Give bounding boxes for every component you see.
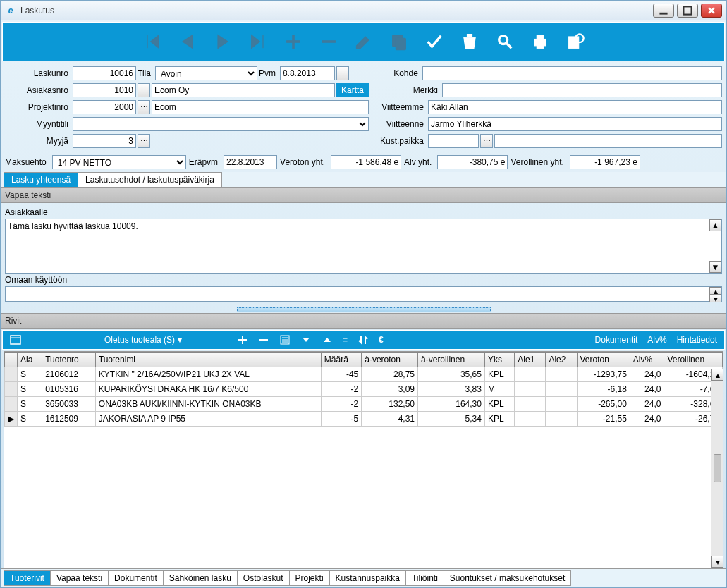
bottom-tab[interactable]: Kustannuspaikka xyxy=(329,570,406,586)
pvm-picker-button[interactable]: ⋯ xyxy=(336,66,349,80)
col-alv[interactable]: Alv% xyxy=(630,353,664,367)
col-a-verollinen[interactable]: à-verollinen xyxy=(418,353,485,367)
maximize-button[interactable] xyxy=(677,4,698,18)
row-remove-icon[interactable] xyxy=(258,334,269,345)
edit-icon[interactable] xyxy=(353,30,375,53)
row-equals-icon[interactable]: = xyxy=(343,335,348,345)
col-tuotenro[interactable]: Tuotenro xyxy=(42,353,96,367)
kustpaikka-picker-button[interactable]: ⋯ xyxy=(480,134,493,148)
asiakkaalle-label: Asiakkaalle xyxy=(5,206,722,219)
col-ale2[interactable]: Ale2 xyxy=(546,353,577,367)
svg-rect-3 xyxy=(396,38,405,49)
bottom-tab[interactable]: Vapaa teksti xyxy=(50,570,109,586)
print-icon[interactable] xyxy=(529,30,551,53)
col-a-veroton[interactable]: à-veroton xyxy=(362,353,418,367)
minimize-button[interactable] xyxy=(653,4,674,18)
remove-icon[interactable] xyxy=(317,30,340,53)
first-record-icon[interactable] xyxy=(141,30,164,53)
last-record-icon[interactable] xyxy=(247,30,269,53)
col-tuotenimi[interactable]: Tuotenimi xyxy=(95,353,321,367)
tila-select[interactable]: Avoin xyxy=(155,66,257,80)
kohde-field[interactable] xyxy=(422,66,722,80)
invoice-form: Laskunro Tila Avoin Pvm ⋯ Kohde Asiakasn… xyxy=(1,63,726,152)
splitter-handle[interactable] xyxy=(237,307,491,312)
projektinro-picker-button[interactable]: ⋯ xyxy=(138,100,150,114)
bottom-tab[interactable]: Ostolaskut xyxy=(237,570,290,586)
close-button[interactable] xyxy=(701,4,722,18)
row-down-icon[interactable] xyxy=(300,334,312,345)
col-yks[interactable]: Yks xyxy=(484,353,514,367)
next-record-icon[interactable] xyxy=(212,30,234,53)
bottom-tab[interactable]: Tiliöinti xyxy=(405,570,444,586)
myyja-field[interactable] xyxy=(73,134,136,148)
alv-yht-field xyxy=(437,155,508,169)
projekti-name-field[interactable] xyxy=(152,100,369,114)
row-euro-icon[interactable]: € xyxy=(379,335,384,345)
titlebar: e Laskutus xyxy=(1,1,726,20)
layout-icon[interactable] xyxy=(10,334,21,345)
asiakasnro-label: Asiakasnro xyxy=(5,85,71,95)
text-scroll-down[interactable]: ▼ xyxy=(709,261,721,273)
col-maara[interactable]: Määrä xyxy=(321,353,361,367)
bottom-tab[interactable]: Dokumentit xyxy=(108,570,164,586)
row-alv[interactable]: Alv% xyxy=(647,335,666,345)
tab-laskutusehdot[interactable]: Laskutusehdot / laskutuspäiväkirja xyxy=(78,172,222,187)
myyntitili-select[interactable] xyxy=(73,117,369,131)
col-ala[interactable]: Ala xyxy=(18,353,42,367)
row-add-icon[interactable] xyxy=(237,334,248,345)
myyja-picker-button[interactable]: ⋯ xyxy=(138,134,150,148)
trash-icon[interactable] xyxy=(458,30,481,53)
row-hintatiedot[interactable]: Hintatiedot xyxy=(677,335,717,345)
app-icon: e xyxy=(5,5,16,16)
row-up-icon[interactable] xyxy=(322,334,333,345)
maksuehto-select[interactable]: 14 PV NETTO xyxy=(52,155,186,169)
confirm-icon[interactable] xyxy=(423,30,446,53)
asiakasnro-field[interactable] xyxy=(73,83,136,97)
tuoteala-dropdown[interactable]: Oletus tuoteala (S) ▾ xyxy=(104,335,182,345)
erapvm-field[interactable] xyxy=(224,155,277,169)
omaan-textarea[interactable] xyxy=(6,287,709,301)
asiakkaalle-textarea[interactable] xyxy=(6,219,709,273)
prev-record-icon[interactable] xyxy=(176,30,199,53)
row-sort-icon[interactable] xyxy=(358,334,369,345)
kustpaikka-field[interactable] xyxy=(428,134,479,148)
text-scroll-up[interactable]: ▲ xyxy=(709,219,721,231)
bottom-tab[interactable]: Suoritukset / maksukehotukset xyxy=(444,570,571,586)
export-icon[interactable] xyxy=(564,30,587,53)
table-row[interactable]: S3650033ONA03KB AUKI/KIINNI-KYTKIN ONA03… xyxy=(5,397,723,412)
row-list-icon[interactable] xyxy=(279,334,291,345)
viitteemme-field[interactable] xyxy=(428,100,722,114)
verollinen-yht-field xyxy=(570,155,640,169)
laskunro-field[interactable] xyxy=(73,66,136,80)
bottom-tab[interactable]: Tuoterivit xyxy=(4,570,51,586)
table-row[interactable]: S2106012KYTKIN " 2/16A/250V/IP21 UKJ 2X … xyxy=(5,367,723,382)
bottom-tab[interactable]: Projekti xyxy=(289,570,330,586)
add-icon[interactable] xyxy=(282,30,305,53)
tab-lasku-yhteensa[interactable]: Lasku yhteensä xyxy=(4,172,78,187)
lookup-icon[interactable] xyxy=(494,30,516,53)
col-verollinen[interactable]: Verollinen xyxy=(664,353,723,367)
asiakasnro-picker-button[interactable]: ⋯ xyxy=(138,83,150,97)
bottom-tab[interactable]: Sähköinen lasku xyxy=(163,570,238,586)
copy-icon[interactable] xyxy=(388,30,410,53)
table-row[interactable]: S0105316KUPARIKÖYSI DRAKA HK 16/7 K6/500… xyxy=(5,382,723,397)
projektinro-field[interactable] xyxy=(73,100,136,114)
grid-scrollbar[interactable]: ▴ ▾ xyxy=(711,369,723,568)
pvm-field[interactable] xyxy=(280,66,335,80)
kustpaikka-name-field[interactable] xyxy=(494,134,722,148)
main-toolbar xyxy=(2,22,725,61)
table-row[interactable]: ▶S1612509JAKORASIA AP 9 IP55-54,315,34KP… xyxy=(5,412,723,427)
kartta-button[interactable]: Kartta xyxy=(336,83,369,97)
col-veroton[interactable]: Veroton xyxy=(577,353,630,367)
col-selector[interactable] xyxy=(5,353,18,367)
viitteenne-field[interactable] xyxy=(428,117,722,131)
line-items-table[interactable]: Ala Tuotenro Tuotenimi Määrä à-veroton à… xyxy=(4,352,723,427)
pvm-label: Pvm xyxy=(259,68,279,78)
row-dokumentit[interactable]: Dokumentit xyxy=(595,335,638,345)
kustpaikka-label: Kust.paikka xyxy=(374,136,427,146)
merkki-field[interactable] xyxy=(442,83,722,97)
asiakas-name-field[interactable] xyxy=(152,83,335,97)
veroton-yht-label: Veroton yht. xyxy=(280,157,328,167)
own-scroll-down[interactable]: ▾ xyxy=(709,295,721,302)
col-ale1[interactable]: Ale1 xyxy=(515,353,546,367)
